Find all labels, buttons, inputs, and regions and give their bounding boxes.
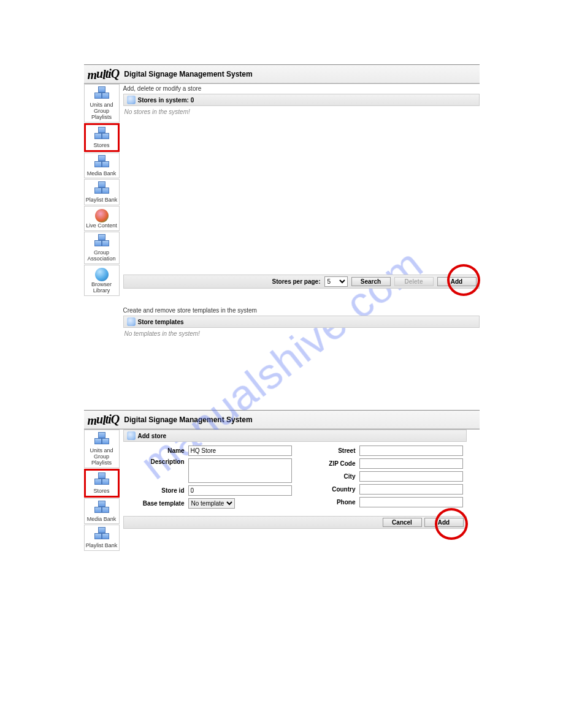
stores-count-label: Stores in system: 0 (138, 97, 194, 104)
sidebar-item-media-bank[interactable]: Media Bank (84, 153, 120, 179)
sidebar-item-playlist-bank[interactable]: Playlist Bank (84, 525, 120, 551)
city-label: City (298, 473, 359, 480)
phone-label: Phone (298, 499, 359, 506)
sidebar-item-label: Live Content (85, 223, 118, 229)
screenshot-add-store: multiQ Digital Signage Management System… (84, 410, 480, 551)
main-content: Add, delete or modify a store Stores in … (120, 84, 480, 339)
sidebar-item-label: Playlist Bank (85, 543, 118, 549)
sidebar-item-label: Media Bank (85, 517, 118, 523)
street-label: Street (298, 447, 359, 454)
main-content: Add store Name Description Store (120, 430, 480, 551)
group-icon (127, 317, 136, 326)
cubes-icon (93, 181, 110, 196)
sidebar-item-label: Playlist Bank (85, 197, 118, 203)
screenshot-stores-list: multiQ Digital Signage Management System… (84, 64, 480, 339)
description-label: Description (127, 458, 188, 465)
add-button[interactable]: Add (424, 518, 464, 527)
sidebar-item-stores[interactable]: Stores (84, 123, 120, 152)
templates-empty-message: No templates in the system! (123, 328, 480, 339)
sidebar-item-label: Units and Group Playlists (85, 448, 118, 466)
base-template-select[interactable]: No template (188, 498, 235, 509)
description-field[interactable] (188, 458, 292, 483)
app-logo: multiQ (88, 412, 120, 427)
sidebar-item-stores[interactable]: Stores (84, 469, 120, 498)
search-button[interactable]: Search (351, 277, 391, 286)
sidebar-item-live-content[interactable]: Live Content (84, 206, 120, 231)
cubes-icon (93, 234, 110, 249)
app-title: Digital Signage Management System (124, 70, 252, 78)
sidebar-item-label: Group Association (85, 250, 118, 262)
sidebar-item-media-bank[interactable]: Media Bank (84, 498, 120, 525)
cubes-icon (93, 432, 110, 447)
section-description: Add, delete or modify a store (123, 84, 480, 94)
name-field[interactable] (188, 446, 292, 456)
sidebar-item-label: Browser Library (85, 282, 118, 294)
sidebar-nav: Units and Group Playlists Stores Media B… (84, 430, 120, 551)
add-store-form: Name Description Store id Base temp (123, 442, 467, 516)
zip-field[interactable] (359, 458, 463, 469)
sidebar-item-group-association[interactable]: Group Association (84, 232, 120, 264)
add-store-header: Add store (123, 430, 467, 442)
add-store-header-label: Add store (138, 433, 167, 439)
sidebar-item-units[interactable]: Units and Group Playlists (84, 430, 120, 468)
storeid-field[interactable] (188, 485, 292, 496)
templates-section-header: Store templates (123, 316, 480, 328)
base-template-label: Base template (127, 500, 188, 507)
country-label: Country (298, 486, 359, 493)
app-header: multiQ Digital Signage Management System (84, 410, 480, 429)
stores-section-header: Stores in system: 0 (123, 94, 480, 106)
cubes-icon (93, 527, 110, 542)
templates-header-label: Store templates (138, 319, 184, 325)
sidebar-item-label: Units and Group Playlists (85, 102, 118, 121)
group-icon (127, 431, 136, 440)
name-label: Name (127, 447, 188, 454)
sidebar-nav: Units and Group Playlists Stores Media B… (84, 84, 120, 339)
sidebar-item-units[interactable]: Units and Group Playlists (84, 84, 120, 123)
sidebar-item-label: Stores (86, 488, 117, 495)
zip-label: ZIP Code (298, 460, 359, 467)
sidebar-item-playlist-bank[interactable]: Playlist Bank (84, 179, 120, 205)
sidebar-item-browser-library[interactable]: Browser Library (84, 265, 120, 296)
cubes-icon (93, 86, 110, 101)
section-description: Create and remove store templates in the… (123, 306, 480, 316)
cubes-icon (93, 127, 110, 142)
storeid-label: Store id (127, 487, 188, 494)
cancel-button[interactable]: Cancel (383, 518, 422, 527)
sidebar-item-label: Stores (86, 143, 117, 149)
app-title: Digital Signage Management System (124, 415, 252, 424)
stores-toolbar: Stores per page: 5 Search Delete Add (123, 275, 480, 289)
delete-button: Delete (394, 277, 434, 286)
per-page-select[interactable]: 5 (324, 276, 348, 287)
street-field[interactable] (359, 446, 463, 456)
stores-empty-message: No stores in the system! (123, 106, 480, 118)
add-button[interactable]: Add (437, 277, 477, 286)
country-field[interactable] (359, 484, 463, 495)
form-footer: Cancel Add (123, 516, 467, 529)
phone-field[interactable] (359, 497, 463, 507)
city-field[interactable] (359, 471, 463, 482)
sidebar-item-label: Media Bank (85, 171, 118, 177)
per-page-label: Stores per page: (272, 278, 321, 285)
cubes-icon (93, 472, 110, 487)
app-logo: multiQ (88, 67, 120, 81)
globe-icon (95, 268, 109, 281)
app-header: multiQ Digital Signage Management System (84, 64, 480, 83)
cubes-icon (93, 155, 110, 170)
group-icon (127, 96, 136, 104)
cubes-icon (93, 501, 110, 515)
disc-icon (95, 209, 109, 222)
